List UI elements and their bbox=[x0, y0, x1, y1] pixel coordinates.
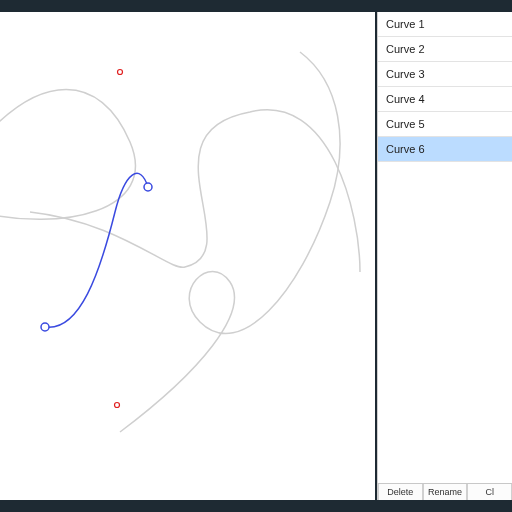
curve-list-item[interactable]: Curve 5 bbox=[378, 112, 512, 137]
curve-list-item[interactable]: Curve 3 bbox=[378, 62, 512, 87]
curve-list-item[interactable]: Curve 4 bbox=[378, 87, 512, 112]
canvas-pane[interactable] bbox=[0, 12, 377, 500]
curve-list[interactable]: Curve 1Curve 2Curve 3Curve 4Curve 5Curve… bbox=[377, 12, 512, 483]
app-frame: Curve 1Curve 2Curve 3Curve 4Curve 5Curve… bbox=[0, 12, 512, 500]
inactive-curves bbox=[0, 52, 360, 432]
active-endpoints[interactable] bbox=[41, 183, 152, 331]
endpoint-handle[interactable] bbox=[144, 183, 152, 191]
side-panel: Curve 1Curve 2Curve 3Curve 4Curve 5Curve… bbox=[377, 12, 512, 500]
clear-button[interactable]: Cl bbox=[467, 484, 512, 500]
control-point-handle[interactable] bbox=[118, 70, 123, 75]
endpoint-handle[interactable] bbox=[41, 323, 49, 331]
inactive-curve[interactable] bbox=[30, 110, 360, 272]
curve-list-item[interactable]: Curve 1 bbox=[378, 12, 512, 37]
inactive-curve[interactable] bbox=[120, 52, 340, 432]
control-point-handle[interactable] bbox=[115, 403, 120, 408]
curve-list-item[interactable]: Curve 6 bbox=[378, 137, 512, 162]
inactive-curve[interactable] bbox=[0, 90, 135, 220]
button-bar: Delete Rename Cl bbox=[377, 483, 512, 500]
curve-list-item[interactable]: Curve 2 bbox=[378, 37, 512, 62]
curve-canvas[interactable] bbox=[0, 12, 375, 500]
active-curve[interactable] bbox=[45, 173, 148, 327]
rename-button[interactable]: Rename bbox=[423, 484, 468, 500]
delete-button[interactable]: Delete bbox=[378, 484, 423, 500]
